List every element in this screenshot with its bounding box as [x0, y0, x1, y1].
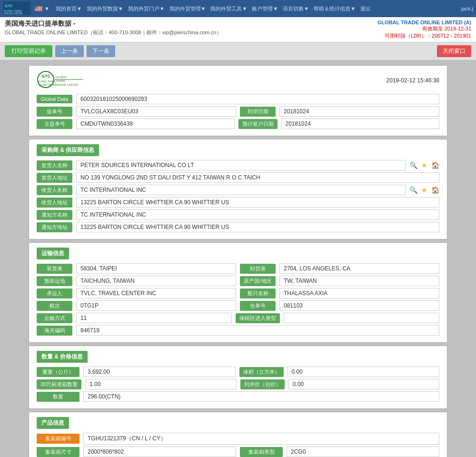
zhongliang-value: 3,692.00 — [83, 367, 236, 377]
chengyun-label: 承运人 — [37, 288, 72, 298]
gtol-title: GLOBAL TRADE ONLINE LIMITED (A) — [377, 20, 471, 25]
zhuangang-value: 58304, TAIPEI — [76, 263, 236, 274]
global-data-value: 600320181025000690283 — [76, 94, 439, 104]
nav-item-data[interactable]: 我的外贸数据▼ — [84, 5, 126, 12]
transport-section-title: 运输信息 — [37, 248, 69, 259]
yuji-value: 20181024 — [281, 119, 440, 129]
baoshui-value — [284, 313, 439, 323]
company-info: GLOBAL TRADE ONLINE LIMITED（电话：400-710-3… — [5, 29, 368, 36]
qty-value: 296.00(CTN) — [83, 391, 439, 402]
nav-item-portal[interactable]: 我的外贸门户▼ — [126, 5, 167, 12]
ti-hao-value: TVLCGLAX8C03EU03 — [76, 106, 236, 117]
global-data-label: Global Data — [37, 95, 72, 103]
jizhuang-hao-label: 集装箱编号 — [37, 434, 79, 444]
nav-item-help[interactable]: 帮助＆统计信息▼ — [311, 5, 358, 12]
cangdan-label: 仓单号 — [240, 301, 276, 311]
logo: GTC GLOBAL TRADE ONLINE LIMITED — [3, 1, 30, 16]
next-button-top[interactable]: 下一条 — [87, 45, 115, 57]
star-icon-fadian[interactable]: ★ — [421, 161, 427, 169]
baoshui-label: 保税区进入类型 — [236, 313, 280, 323]
er-value: 1.00 — [85, 379, 236, 389]
card-datetime: 2019-02-12 15:46:38 — [387, 77, 439, 84]
zhuangang-label: 装货港 — [37, 264, 72, 274]
nav-flag[interactable]: 🇺🇸 — [34, 5, 42, 12]
hanghao-value: 0TG1P — [76, 300, 236, 311]
fadian-name-value: PETER SOURCES INTERNATIONAL CO LT — [76, 160, 406, 170]
chuan-value: THALASSA AXIA — [279, 288, 439, 298]
nav-item-lang[interactable]: 语言切换▼ — [280, 5, 311, 12]
zhu-ti-label: 主提单号 — [37, 119, 72, 129]
search-icon-shouhuo[interactable]: 🔍 — [409, 186, 417, 194]
svg-text:GLOBAL TRADE: GLOBAL TRADE — [38, 80, 56, 83]
svg-text:GTC: GTC — [41, 74, 50, 79]
tiji-value: 0.00 — [288, 367, 440, 377]
jizhuang-chi-label: 集装箱尺寸 — [37, 447, 79, 457]
jizhuang-type-value: 2CG0 — [287, 447, 439, 457]
chanpin-label: 原产国/地区 — [240, 276, 276, 286]
expire-date: 有效期至 2019-12-31 — [377, 25, 471, 32]
fadian-addr-value: NO 139 YONGLONG 2ND ST DALI DIST Y 412 T… — [76, 172, 439, 183]
yunshu-label: 运输方式 — [37, 313, 72, 323]
nav-flag-sep: ▼ — [44, 6, 50, 11]
available-period: 可用时段（LDR）：200712 - 201901 — [377, 32, 471, 40]
shouhuo-name-value: TC INTERNATIONAL INC — [76, 185, 406, 195]
svg-text:ONLINE LIMITED: ONLINE LIMITED — [4, 12, 23, 15]
home-icon-shouhuo[interactable]: 🏠 — [431, 186, 439, 194]
yunshu-value: 11 — [76, 313, 232, 323]
shouhuo-addr-label: 收货人地址 — [37, 198, 72, 208]
fadian-name-label: 发货人名称 — [37, 160, 72, 170]
chuan-label: 船只名称 — [240, 288, 276, 298]
jizhuang-hao-value: TGHU1321379（CN / L / CY） — [83, 433, 439, 445]
svg-text:ONLINE LIMITED: ONLINE LIMITED — [56, 83, 79, 86]
hanghao-label: 航次 — [37, 301, 72, 311]
nav-item-tools[interactable]: 我的外贸工具▼ — [208, 5, 249, 12]
chengyun-value: TVLC, TRAVEL CENTER INC — [76, 288, 236, 298]
zhongliang-label: 重量（公斤） — [37, 367, 79, 377]
close-button-top[interactable]: 关闭窗口 — [437, 45, 471, 57]
yuzhuang-label: 预装运地 — [37, 276, 72, 286]
tongzhi-name-label: 通知方名称 — [37, 210, 72, 220]
svg-text:GLOBAL: GLOBAL — [56, 76, 68, 79]
tiji-label: 体积（立方米） — [239, 367, 284, 377]
haiguan-label: 海关编码 — [37, 326, 72, 336]
yuzhuang-value: TAICHUNG, TAIWAN — [76, 276, 236, 286]
xiegang-value: 2704, LOS ANGELES, CA — [279, 263, 439, 274]
page-title: 美国海关进口提单数据 - — [5, 20, 368, 28]
chanpin-value: TW, TAIWAN — [279, 276, 439, 286]
home-icon-fadian[interactable]: 🏠 — [431, 161, 439, 169]
svg-text:GTC: GTC — [5, 4, 13, 8]
shouhuo-addr-value: 13225 BARTON CIRCLE WHITTIER CA 90 WHITT… — [76, 197, 439, 208]
prev-button-top[interactable]: 上一条 — [55, 45, 84, 57]
dao-gang-label: 到岸日期 — [240, 107, 276, 117]
shouhuo-name-label: 收货人名称 — [37, 185, 72, 195]
yuji-label: 预计签户日期 — [238, 119, 278, 129]
xiegang-label: 卸货港 — [240, 264, 276, 274]
daojia-label: 到岸价（估价） — [240, 379, 285, 389]
er-label: 20尺标准箱数量 — [37, 379, 81, 389]
fadian-addr-label: 发货人地址 — [37, 173, 72, 183]
nav-item-manage[interactable]: 我的外贸管理▼ — [167, 5, 208, 12]
nav-item-home[interactable]: 我的首页▼ — [53, 5, 84, 12]
tongzhi-addr-label: 通知方地址 — [37, 222, 72, 232]
search-icon-fadian[interactable]: 🔍 — [409, 161, 417, 169]
daojia-value: 0.00 — [288, 379, 439, 389]
zhu-ti-value: CMDUTWN0336439 — [76, 119, 235, 129]
haiguan-value: 846719 — [76, 325, 439, 336]
cangdan-value: 081103 — [279, 300, 439, 311]
ti-hao-label: 提单号 — [37, 107, 72, 117]
print-button-top[interactable]: 打印贸易记录 — [5, 45, 52, 57]
tongzhi-name-value: TC INTERNATIONAL INC — [76, 209, 439, 220]
tongzhi-addr-value: 13225 BARTON CIRCLE WHITTIER CA 90 WHITT… — [76, 222, 439, 232]
svg-text:ONLINE LIMITED: ONLINE LIMITED — [38, 83, 57, 86]
jizhuang-type-label: 集装箱类型 — [240, 447, 283, 457]
nav-user: jack.j — [461, 6, 473, 11]
qty-label: 数量 — [37, 392, 79, 402]
svg-text:TRADE: TRADE — [56, 79, 65, 82]
star-icon-shouhuo[interactable]: ★ — [421, 186, 427, 194]
card-logo: GTC GLOBAL TRADE ONLINE LIMITED GLOBAL T… — [37, 70, 84, 90]
quantity-section-title: 数量 & 价格信息 — [37, 351, 88, 363]
nav-item-logout[interactable]: 退出 — [358, 5, 373, 12]
product-section-title: 产品信息 — [37, 417, 69, 429]
supplier-section-title: 采购商 & 供应商信息 — [37, 144, 99, 156]
nav-item-account[interactable]: 账户管理▼ — [249, 5, 280, 12]
